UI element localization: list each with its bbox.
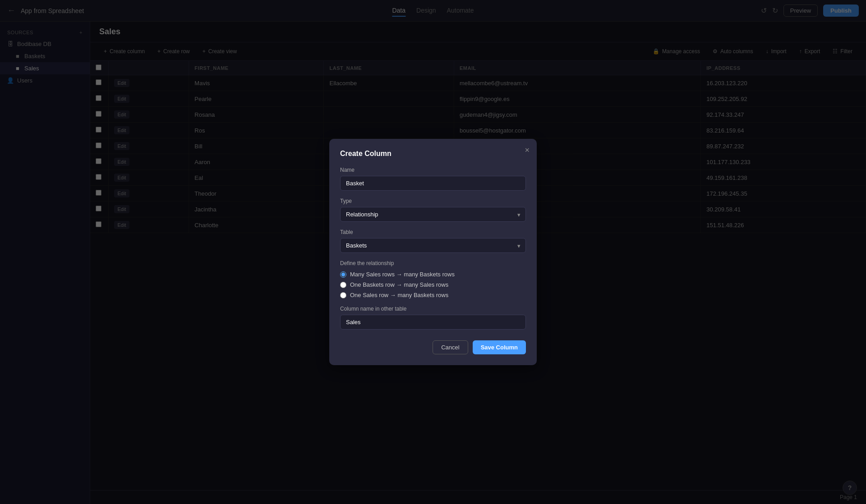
col-name-label: Column name in other table xyxy=(340,306,526,312)
radio-label-one-sales: One Sales row → many Baskets rows xyxy=(350,292,448,298)
radio-one-sales-many-baskets[interactable]: One Sales row → many Baskets rows xyxy=(340,292,526,298)
modal-overlay: Create Column × Name Type Relationship T… xyxy=(0,0,866,504)
cancel-button[interactable]: Cancel xyxy=(433,340,468,354)
save-column-button[interactable]: Save Column xyxy=(473,340,526,354)
table-label: Table xyxy=(340,229,526,235)
radio-input-one-baskets[interactable] xyxy=(340,282,346,288)
modal-footer: Cancel Save Column xyxy=(340,340,526,354)
create-column-modal: Create Column × Name Type Relationship T… xyxy=(329,139,537,365)
modal-close-button[interactable]: × xyxy=(525,146,530,154)
radio-input-one-sales[interactable] xyxy=(340,292,346,298)
type-label: Type xyxy=(340,198,526,204)
table-select-wrapper: Baskets Sales Users xyxy=(340,238,526,253)
modal-title: Create Column xyxy=(340,150,526,158)
relationship-label: Define the relationship xyxy=(340,260,526,266)
col-name-field: Column name in other table xyxy=(340,306,526,330)
relationship-section: Define the relationship Many Sales rows … xyxy=(340,260,526,298)
radio-label-one-baskets: One Baskets row → many Sales rows xyxy=(350,281,448,288)
name-label: Name xyxy=(340,167,526,173)
radio-many-many[interactable]: Many Sales rows → many Baskets rows xyxy=(340,271,526,278)
type-select[interactable]: Relationship Text Number Date Boolean xyxy=(340,207,526,222)
radio-input-many-many[interactable] xyxy=(340,271,346,278)
radio-label-many-many: Many Sales rows → many Baskets rows xyxy=(350,271,455,278)
table-select[interactable]: Baskets Sales Users xyxy=(340,238,526,253)
type-field: Type Relationship Text Number Date Boole… xyxy=(340,198,526,222)
col-name-input[interactable] xyxy=(340,315,526,330)
name-field: Name xyxy=(340,167,526,191)
type-select-wrapper: Relationship Text Number Date Boolean xyxy=(340,207,526,222)
radio-one-baskets-many-sales[interactable]: One Baskets row → many Sales rows xyxy=(340,281,526,288)
name-input[interactable] xyxy=(340,176,526,191)
table-field: Table Baskets Sales Users xyxy=(340,229,526,253)
